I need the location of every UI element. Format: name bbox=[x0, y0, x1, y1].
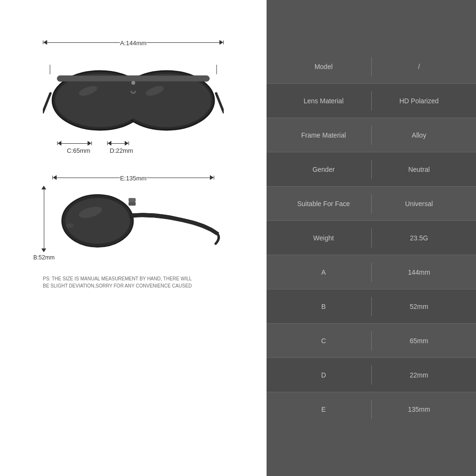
spec-label: B bbox=[276, 303, 371, 310]
glasses-side-view bbox=[60, 188, 221, 259]
svg-point-11 bbox=[131, 81, 135, 85]
spec-label: D bbox=[276, 371, 371, 379]
spec-label: A bbox=[276, 268, 371, 276]
spec-value: Neutral bbox=[372, 166, 467, 173]
measurement-a: A:144mm bbox=[43, 38, 224, 47]
arrow-down-b bbox=[41, 248, 46, 252]
arrow-right-d bbox=[125, 141, 129, 146]
spec-label: Frame Material bbox=[276, 131, 371, 139]
arrow-left-c bbox=[58, 141, 61, 146]
cd-measurements: C:65mm D:22mm bbox=[43, 141, 224, 154]
arrow-up-b bbox=[41, 186, 46, 189]
arrow-left-d bbox=[108, 141, 111, 146]
spec-row: Weight23.5G bbox=[267, 221, 476, 255]
label-b: B:52mm bbox=[33, 254, 55, 261]
spec-label: Model bbox=[276, 63, 371, 70]
arrow-right-a bbox=[219, 40, 223, 45]
spec-value: 52mm bbox=[372, 303, 467, 310]
svg-line-8 bbox=[216, 93, 224, 112]
spec-row: Frame MaterialAlloy bbox=[267, 118, 476, 152]
measurement-b-block: B:52mm bbox=[33, 186, 55, 261]
arrow-left-e bbox=[53, 175, 57, 180]
left-panel: A:144mm bbox=[0, 0, 267, 476]
ps-note: PS: THE SIZE IS MANUAL MEASUREMENT BY HA… bbox=[43, 275, 224, 289]
spec-value: 65mm bbox=[372, 337, 467, 345]
spec-label: E bbox=[276, 406, 371, 413]
svg-point-17 bbox=[66, 223, 74, 228]
spec-row: Lens MaterialHD Polarized bbox=[267, 84, 476, 118]
spec-value: 144mm bbox=[372, 268, 467, 276]
spec-value: Alloy bbox=[372, 131, 467, 139]
svg-rect-14 bbox=[129, 202, 136, 206]
arrow-right-e bbox=[210, 175, 214, 180]
spec-row: Suitable For FaceUniversal bbox=[267, 187, 476, 221]
svg-line-7 bbox=[43, 93, 50, 112]
spec-label: Lens Material bbox=[276, 97, 371, 105]
spec-value: HD Polarized bbox=[372, 97, 467, 105]
spec-label: C bbox=[276, 337, 371, 345]
side-view-container: B:52mm bbox=[33, 186, 233, 261]
glasses-front-view bbox=[43, 50, 224, 136]
svg-point-13 bbox=[65, 198, 130, 244]
spec-label: Weight bbox=[276, 234, 371, 242]
right-panel: Model/Lens MaterialHD PolarizedFrame Mat… bbox=[267, 0, 476, 476]
svg-rect-15 bbox=[129, 198, 136, 202]
spec-label: Gender bbox=[276, 166, 371, 173]
spec-row: E135mm bbox=[267, 392, 476, 426]
spec-value: / bbox=[372, 63, 467, 70]
svg-rect-6 bbox=[57, 76, 209, 81]
label-d: D:22mm bbox=[109, 147, 133, 154]
spec-value: Universal bbox=[372, 200, 467, 208]
spec-value: 23.5G bbox=[372, 234, 467, 242]
spec-value: 22mm bbox=[372, 371, 467, 379]
spec-value: 135mm bbox=[372, 406, 467, 413]
measurement-e: E:135mm bbox=[43, 173, 224, 182]
label-c: C:65mm bbox=[67, 147, 90, 154]
spec-row: D22mm bbox=[267, 358, 476, 392]
spec-row: Model/ bbox=[267, 50, 476, 84]
arrow-right-c bbox=[88, 141, 91, 146]
arrow-left-a bbox=[43, 40, 47, 45]
spec-row: B52mm bbox=[267, 289, 476, 324]
spec-table: Model/Lens MaterialHD PolarizedFrame Mat… bbox=[267, 50, 476, 426]
spec-row: C65mm bbox=[267, 324, 476, 358]
spec-label: Suitable For Face bbox=[276, 200, 371, 208]
label-a: A:144mm bbox=[120, 40, 147, 47]
measurement-d-block: D:22mm bbox=[107, 141, 136, 154]
measurement-c-block: C:65mm bbox=[57, 141, 100, 154]
label-e: E:135mm bbox=[120, 175, 147, 182]
spec-row: A144mm bbox=[267, 255, 476, 289]
spec-row: GenderNeutral bbox=[267, 152, 476, 187]
svg-point-5 bbox=[122, 74, 211, 127]
